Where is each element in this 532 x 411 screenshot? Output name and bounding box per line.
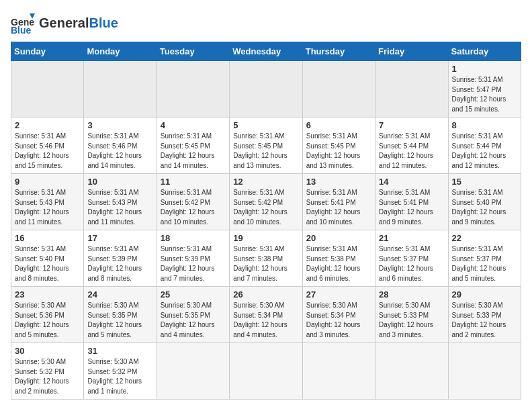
calendar-day-cell bbox=[375, 343, 448, 400]
day-number: 22 bbox=[452, 233, 517, 243]
svg-text:Blue: Blue bbox=[11, 25, 32, 35]
calendar-day-cell: 6Sunrise: 5:31 AM Sunset: 5:45 PM Daylig… bbox=[302, 118, 375, 174]
day-number: 16 bbox=[15, 233, 80, 243]
calendar-day-cell: 16Sunrise: 5:31 AM Sunset: 5:40 PM Dayli… bbox=[11, 230, 84, 287]
calendar-day-cell bbox=[84, 61, 157, 118]
page-header: General Blue GeneralBlue bbox=[11, 11, 521, 35]
day-number: 6 bbox=[306, 120, 371, 130]
calendar-day-cell: 7Sunrise: 5:31 AM Sunset: 5:44 PM Daylig… bbox=[375, 118, 448, 174]
day-info: Sunrise: 5:31 AM Sunset: 5:40 PM Dayligh… bbox=[452, 188, 517, 227]
day-number: 21 bbox=[379, 233, 444, 243]
day-number: 12 bbox=[233, 177, 298, 187]
day-number: 3 bbox=[87, 120, 152, 130]
calendar-week-row: 1Sunrise: 5:31 AM Sunset: 5:47 PM Daylig… bbox=[11, 61, 521, 118]
day-info: Sunrise: 5:30 AM Sunset: 5:35 PM Dayligh… bbox=[161, 301, 226, 340]
calendar-day-cell: 24Sunrise: 5:30 AM Sunset: 5:35 PM Dayli… bbox=[84, 287, 157, 343]
day-info: Sunrise: 5:31 AM Sunset: 5:42 PM Dayligh… bbox=[161, 188, 226, 227]
day-number: 7 bbox=[379, 120, 444, 130]
calendar-day-cell: 12Sunrise: 5:31 AM Sunset: 5:42 PM Dayli… bbox=[230, 174, 302, 230]
day-info: Sunrise: 5:31 AM Sunset: 5:37 PM Dayligh… bbox=[452, 244, 517, 283]
col-header-monday: Monday bbox=[84, 42, 157, 61]
calendar-day-cell: 9Sunrise: 5:31 AM Sunset: 5:43 PM Daylig… bbox=[11, 174, 84, 230]
calendar-day-cell: 4Sunrise: 5:31 AM Sunset: 5:45 PM Daylig… bbox=[157, 118, 229, 174]
calendar-day-cell: 28Sunrise: 5:30 AM Sunset: 5:33 PM Dayli… bbox=[375, 287, 448, 343]
calendar-day-cell: 22Sunrise: 5:31 AM Sunset: 5:37 PM Dayli… bbox=[448, 230, 521, 287]
day-number: 27 bbox=[306, 289, 371, 300]
day-info: Sunrise: 5:31 AM Sunset: 5:45 PM Dayligh… bbox=[161, 132, 226, 171]
col-header-sunday: Sunday bbox=[11, 42, 84, 61]
calendar-day-cell bbox=[302, 343, 375, 400]
col-header-tuesday: Tuesday bbox=[157, 42, 229, 61]
calendar-day-cell bbox=[230, 343, 302, 400]
calendar-day-cell: 5Sunrise: 5:31 AM Sunset: 5:45 PM Daylig… bbox=[230, 118, 302, 174]
day-number: 2 bbox=[15, 120, 80, 130]
calendar-day-cell: 19Sunrise: 5:31 AM Sunset: 5:38 PM Dayli… bbox=[230, 230, 302, 287]
logo-icon: General Blue bbox=[11, 11, 35, 35]
day-number: 11 bbox=[161, 177, 226, 187]
calendar-day-cell: 20Sunrise: 5:31 AM Sunset: 5:38 PM Dayli… bbox=[302, 230, 375, 287]
day-info: Sunrise: 5:31 AM Sunset: 5:38 PM Dayligh… bbox=[233, 244, 298, 283]
calendar-day-cell bbox=[11, 61, 84, 118]
calendar-week-row: 30Sunrise: 5:30 AM Sunset: 5:32 PM Dayli… bbox=[11, 343, 521, 400]
day-info: Sunrise: 5:30 AM Sunset: 5:34 PM Dayligh… bbox=[306, 301, 371, 340]
day-number: 8 bbox=[452, 120, 517, 130]
calendar-day-cell: 13Sunrise: 5:31 AM Sunset: 5:41 PM Dayli… bbox=[302, 174, 375, 230]
day-info: Sunrise: 5:30 AM Sunset: 5:35 PM Dayligh… bbox=[87, 301, 152, 340]
day-info: Sunrise: 5:31 AM Sunset: 5:45 PM Dayligh… bbox=[233, 132, 298, 171]
calendar-day-cell bbox=[157, 61, 229, 118]
calendar-day-cell: 14Sunrise: 5:31 AM Sunset: 5:41 PM Dayli… bbox=[375, 174, 448, 230]
calendar-day-cell: 30Sunrise: 5:30 AM Sunset: 5:32 PM Dayli… bbox=[11, 343, 84, 400]
calendar-table: SundayMondayTuesdayWednesdayThursdayFrid… bbox=[11, 42, 521, 400]
calendar-day-cell: 18Sunrise: 5:31 AM Sunset: 5:39 PM Dayli… bbox=[157, 230, 229, 287]
calendar-day-cell: 25Sunrise: 5:30 AM Sunset: 5:35 PM Dayli… bbox=[157, 287, 229, 343]
calendar-day-cell: 23Sunrise: 5:30 AM Sunset: 5:36 PM Dayli… bbox=[11, 287, 84, 343]
day-number: 17 bbox=[87, 233, 152, 243]
col-header-saturday: Saturday bbox=[448, 42, 521, 61]
day-number: 19 bbox=[233, 233, 298, 243]
calendar-body: 1Sunrise: 5:31 AM Sunset: 5:47 PM Daylig… bbox=[11, 61, 521, 400]
day-info: Sunrise: 5:31 AM Sunset: 5:43 PM Dayligh… bbox=[87, 188, 152, 227]
day-number: 15 bbox=[452, 177, 517, 187]
day-info: Sunrise: 5:31 AM Sunset: 5:43 PM Dayligh… bbox=[15, 188, 80, 227]
day-number: 18 bbox=[161, 233, 226, 243]
day-number: 1 bbox=[452, 64, 517, 74]
calendar-day-cell: 8Sunrise: 5:31 AM Sunset: 5:44 PM Daylig… bbox=[448, 118, 521, 174]
calendar-day-cell: 26Sunrise: 5:30 AM Sunset: 5:34 PM Dayli… bbox=[230, 287, 302, 343]
day-info: Sunrise: 5:31 AM Sunset: 5:39 PM Dayligh… bbox=[87, 244, 152, 283]
day-number: 14 bbox=[379, 177, 444, 187]
day-number: 10 bbox=[87, 177, 152, 187]
day-number: 30 bbox=[15, 346, 80, 356]
calendar-day-cell: 27Sunrise: 5:30 AM Sunset: 5:34 PM Dayli… bbox=[302, 287, 375, 343]
day-info: Sunrise: 5:31 AM Sunset: 5:44 PM Dayligh… bbox=[379, 132, 444, 171]
calendar-day-cell: 1Sunrise: 5:31 AM Sunset: 5:47 PM Daylig… bbox=[448, 61, 521, 118]
col-header-friday: Friday bbox=[375, 42, 448, 61]
day-info: Sunrise: 5:31 AM Sunset: 5:39 PM Dayligh… bbox=[161, 244, 226, 283]
day-number: 9 bbox=[15, 177, 80, 187]
day-info: Sunrise: 5:31 AM Sunset: 5:41 PM Dayligh… bbox=[379, 188, 444, 227]
day-number: 29 bbox=[452, 289, 517, 300]
calendar-day-cell bbox=[157, 343, 229, 400]
calendar-day-cell: 2Sunrise: 5:31 AM Sunset: 5:46 PM Daylig… bbox=[11, 118, 84, 174]
day-info: Sunrise: 5:31 AM Sunset: 5:41 PM Dayligh… bbox=[306, 188, 371, 227]
day-number: 20 bbox=[306, 233, 371, 243]
day-number: 24 bbox=[87, 289, 152, 300]
day-info: Sunrise: 5:30 AM Sunset: 5:34 PM Dayligh… bbox=[233, 301, 298, 340]
calendar-day-cell bbox=[302, 61, 375, 118]
day-number: 13 bbox=[306, 177, 371, 187]
calendar-week-row: 2Sunrise: 5:31 AM Sunset: 5:46 PM Daylig… bbox=[11, 118, 521, 174]
day-info: Sunrise: 5:31 AM Sunset: 5:46 PM Dayligh… bbox=[15, 132, 80, 171]
day-number: 5 bbox=[233, 120, 298, 130]
day-info: Sunrise: 5:31 AM Sunset: 5:40 PM Dayligh… bbox=[15, 244, 80, 283]
day-info: Sunrise: 5:31 AM Sunset: 5:47 PM Dayligh… bbox=[452, 75, 517, 114]
calendar-day-cell bbox=[230, 61, 302, 118]
day-info: Sunrise: 5:31 AM Sunset: 5:44 PM Dayligh… bbox=[452, 132, 517, 171]
logo: General Blue GeneralBlue bbox=[11, 11, 118, 35]
col-header-wednesday: Wednesday bbox=[230, 42, 302, 61]
day-info: Sunrise: 5:31 AM Sunset: 5:42 PM Dayligh… bbox=[233, 188, 298, 227]
calendar-day-cell: 29Sunrise: 5:30 AM Sunset: 5:33 PM Dayli… bbox=[448, 287, 521, 343]
day-info: Sunrise: 5:31 AM Sunset: 5:37 PM Dayligh… bbox=[379, 244, 444, 283]
day-info: Sunrise: 5:31 AM Sunset: 5:38 PM Dayligh… bbox=[306, 244, 371, 283]
day-info: Sunrise: 5:30 AM Sunset: 5:32 PM Dayligh… bbox=[87, 357, 152, 396]
calendar-day-cell: 11Sunrise: 5:31 AM Sunset: 5:42 PM Dayli… bbox=[157, 174, 229, 230]
calendar-day-cell bbox=[375, 61, 448, 118]
